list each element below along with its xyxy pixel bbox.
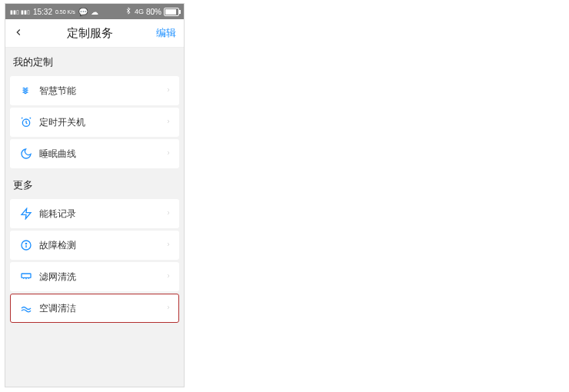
item-label: 空调清洁 [39,302,165,315]
clean-icon [18,302,35,314]
cloud-icon: ☁ [91,8,98,16]
item-sleep-curve[interactable]: 睡眠曲线 [10,139,179,168]
item-label: 睡眠曲线 [39,148,165,161]
diag-icon [18,239,35,251]
item-label: 故障检测 [39,239,165,252]
svg-marker-1 [22,208,31,218]
battery-pct: 80% [146,8,161,16]
bolt-icon [18,208,35,220]
battery-icon [164,8,179,16]
item-label: 智慧节能 [39,85,165,98]
chevron-right-icon [165,115,171,129]
chevron-right-icon [165,207,171,221]
back-button[interactable] [13,25,24,42]
item-fault-detect[interactable]: 故障检测 [10,231,179,260]
chevron-right-icon [165,84,171,98]
item-timer[interactable]: 定时开关机 [10,108,179,137]
item-label: 定时开关机 [39,116,165,129]
item-smart-energy[interactable]: 智慧节能 [10,76,179,105]
bluetooth-icon [125,7,132,16]
net-icon: 4G [135,8,144,15]
sleep-icon [18,148,35,160]
item-label: 能耗记录 [39,208,165,221]
status-bar: ▮▮▯ ▮▮▯ 15:32 0.50 K/s 💬 ☁ 4G 80% [5,4,184,19]
chat-icon: 💬 [78,8,88,16]
svg-point-3 [25,243,26,244]
energy-icon [18,85,35,97]
page-title: 定制服务 [67,26,113,41]
section-header-more: 更多 [5,171,184,197]
signal-icon: ▮▮▯ ▮▮▯ [10,9,30,15]
net-speed: 0.50 K/s [55,9,75,15]
status-time: 15:32 [33,8,52,16]
filter-icon [18,271,35,283]
chevron-right-icon [165,238,171,252]
item-ac-clean[interactable]: 空调清洁 [10,294,179,323]
edit-button[interactable]: 编辑 [156,26,176,40]
phone-frame: ▮▮▯ ▮▮▯ 15:32 0.50 K/s 💬 ☁ 4G 80% 定制服务 编… [5,3,185,387]
chevron-right-icon [165,301,171,315]
nav-bar: 定制服务 编辑 [5,19,184,48]
chevron-right-icon [165,147,171,161]
svg-rect-4 [22,274,31,277]
item-filter-clean[interactable]: 滤网清洗 [10,262,179,291]
timer-icon [18,116,35,128]
item-energy-log[interactable]: 能耗记录 [10,199,179,228]
section-header-my: 我的定制 [5,48,184,74]
item-label: 滤网清洗 [39,271,165,284]
chevron-right-icon [165,270,171,284]
